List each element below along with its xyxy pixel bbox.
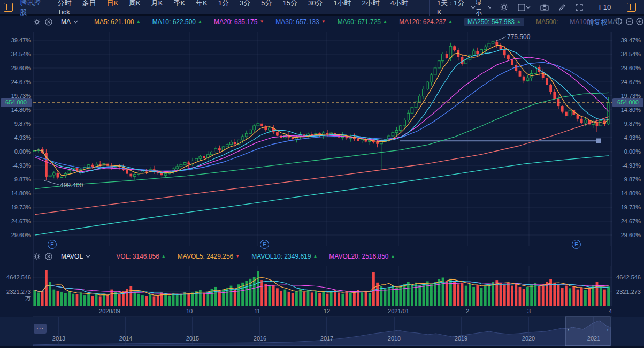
low-price-label: 499.400 <box>60 181 83 189</box>
price-tick-right-5: 14.80% <box>613 107 641 113</box>
price-tick-left-7: 4.93% <box>0 134 31 141</box>
price-tick-left-9: -4.93% <box>0 162 31 169</box>
price-tick-right-12: -19.73% <box>613 204 641 210</box>
chart-canvas[interactable] <box>0 0 644 348</box>
price-tick-left-8: 0.00% <box>0 148 31 155</box>
price-tick-left-12: -19.73% <box>0 204 31 210</box>
price-tick-left-11: -14.80% <box>0 190 31 196</box>
navigator-year-5: 2018 <box>388 335 401 342</box>
navigator-year-1: 2014 <box>119 335 132 342</box>
price-tick-left-2: 29.60% <box>0 65 31 71</box>
price-tick-right-9: -4.93% <box>613 162 641 169</box>
x-axis-label-0: 2020/09 <box>99 308 120 314</box>
price-tick-left-3: 24.67% <box>0 79 31 85</box>
navigator-year-7: 2020 <box>522 335 535 342</box>
x-axis-label-2: 11 <box>254 308 260 314</box>
navigator-year-4: 2017 <box>320 335 333 342</box>
price-tick-left-1: 34.54% <box>0 51 31 57</box>
x-axis-label-1: 10 <box>186 308 193 314</box>
price-tick-right-2: 29.60% <box>613 65 641 71</box>
navigator-handle-right-icon[interactable]: → <box>603 325 610 332</box>
navigator-year-3: 2016 <box>254 335 266 342</box>
navigator-handle-left-icon[interactable]: ← <box>566 325 573 332</box>
vol-tick-left-0: 4642.546 <box>0 274 31 281</box>
price-tick-left-0: 39.47% <box>0 37 31 43</box>
high-price-label: 775.500 <box>507 33 530 41</box>
price-tick-right-1: 34.54% <box>613 51 641 57</box>
price-tick-left-14: -29.60% <box>0 232 31 238</box>
current-price-tag-left: 654.000 <box>1 98 32 107</box>
current-price-tag-right: 654.000 <box>612 98 643 107</box>
navigator-more-button[interactable]: ··· <box>34 324 47 334</box>
navigator-year-8: 2021 <box>587 335 600 342</box>
vol-unit-label: 万 <box>0 295 31 301</box>
price-tick-left-13: -24.67% <box>0 218 31 224</box>
x-axis-label-4: 2021/01 <box>388 308 409 314</box>
event-marker-0[interactable]: E <box>48 240 57 249</box>
price-tick-right-13: -24.67% <box>613 218 641 224</box>
price-tick-right-14: -29.60% <box>613 232 641 238</box>
vol-tick-right-0: 4642.546 <box>613 274 641 281</box>
price-tick-right-10: -9.87% <box>613 176 641 183</box>
stock-chart-app: 腾讯控股 分时多日日K周K月K季K年K1分3分5分15分30分1小时2小时4小时… <box>0 0 644 348</box>
price-tick-left-10: -9.87% <box>0 176 31 183</box>
navigator-year-0: 2013 <box>52 335 65 342</box>
x-axis-label-3: 12 <box>324 308 330 314</box>
price-tick-right-6: 9.87% <box>613 120 641 127</box>
price-tick-right-7: 4.93% <box>613 134 641 141</box>
x-axis-label-6: 3 <box>527 308 531 314</box>
x-axis-label-5: 2 <box>466 308 469 314</box>
price-tick-right-11: -14.80% <box>613 190 641 196</box>
price-tick-right-8: 0.00% <box>613 148 641 155</box>
price-tick-left-6: 9.87% <box>0 120 31 127</box>
vol-tick-right-1: 2321.273 <box>613 289 641 295</box>
navigator-year-6: 2019 <box>455 335 467 342</box>
x-axis-label-7: 4 <box>609 308 612 314</box>
vol-tick-left-1: 2321.273 <box>0 289 31 295</box>
event-marker-1[interactable]: E <box>260 240 269 249</box>
price-tick-right-3: 24.67% <box>613 79 641 85</box>
price-tick-right-0: 39.47% <box>613 37 641 43</box>
price-tick-left-5: 14.80% <box>0 107 31 113</box>
navigator-year-2: 2015 <box>186 335 199 342</box>
event-marker-2[interactable]: E <box>572 240 581 249</box>
